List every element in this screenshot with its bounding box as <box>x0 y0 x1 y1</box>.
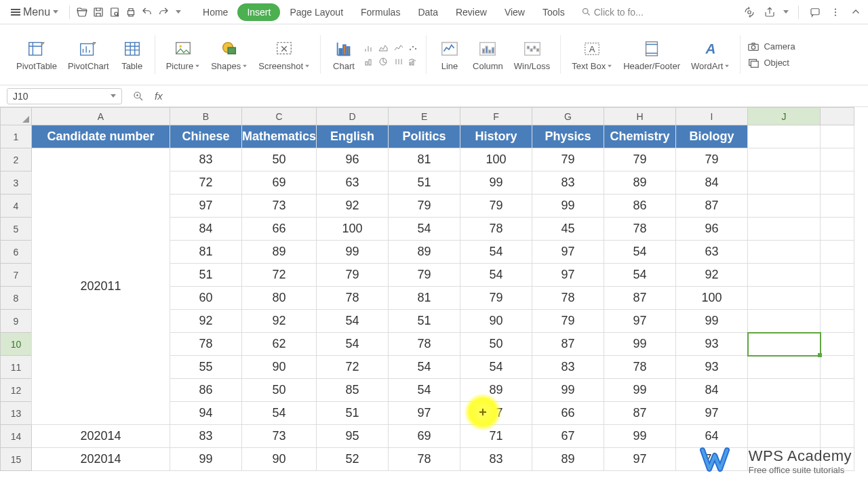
cell[interactable]: 62 <box>242 333 317 356</box>
formula-input[interactable] <box>172 88 861 104</box>
cell[interactable]: 83 <box>460 448 532 471</box>
cell[interactable]: 99 <box>532 195 604 218</box>
row-header[interactable]: 12 <box>1 379 32 402</box>
cell[interactable]: 78 <box>604 356 676 379</box>
chart-button[interactable]: Chart <box>328 35 360 74</box>
tab-formulas[interactable]: Formulas <box>353 3 408 22</box>
cell[interactable]: 54 <box>317 310 389 333</box>
cell[interactable]: 79 <box>532 310 604 333</box>
cell[interactable] <box>821 356 854 379</box>
cell[interactable]: 78 <box>317 287 389 310</box>
zoom-formula-icon[interactable] <box>132 89 145 103</box>
cell[interactable]: 51 <box>170 264 242 287</box>
cell[interactable]: Chinese <box>170 125 242 148</box>
cell[interactable]: 92 <box>676 264 748 287</box>
tab-home[interactable]: Home <box>195 3 236 22</box>
cell[interactable]: 92 <box>170 310 242 333</box>
cell[interactable] <box>748 195 821 218</box>
cell[interactable]: 100 <box>460 148 532 171</box>
cell[interactable] <box>821 148 854 171</box>
cell[interactable] <box>748 241 821 264</box>
cell[interactable]: Biology <box>676 125 748 148</box>
share-icon[interactable] <box>763 5 776 19</box>
cell[interactable] <box>821 402 854 425</box>
cell[interactable]: 99 <box>170 448 242 471</box>
cell[interactable]: 100 <box>676 287 748 310</box>
tab-tools[interactable]: Tools <box>534 3 573 22</box>
cell[interactable] <box>748 125 821 148</box>
cell[interactable]: 54 <box>460 241 532 264</box>
quickaccess-more-icon[interactable] <box>176 10 181 14</box>
cell[interactable] <box>821 264 854 287</box>
cell[interactable]: 78 <box>389 333 460 356</box>
tab-review[interactable]: Review <box>448 3 495 22</box>
cell[interactable]: 72 <box>242 264 317 287</box>
cell[interactable]: 99 <box>604 379 676 402</box>
cell[interactable]: 79 <box>317 264 389 287</box>
cell[interactable] <box>821 310 854 333</box>
cell[interactable]: 97 <box>604 448 676 471</box>
cell[interactable]: 95 <box>317 425 389 448</box>
cell[interactable]: 99 <box>604 425 676 448</box>
cell[interactable]: 60 <box>170 287 242 310</box>
cell[interactable]: 99 <box>532 379 604 402</box>
pivottable-button[interactable]: PivotTable <box>12 35 61 74</box>
cell[interactable]: 86 <box>170 379 242 402</box>
save-icon[interactable] <box>92 5 105 19</box>
cell[interactable] <box>748 333 821 356</box>
cell[interactable]: 92 <box>317 195 389 218</box>
cell[interactable] <box>748 356 821 379</box>
cell[interactable] <box>748 379 821 402</box>
undo-icon[interactable] <box>140 5 154 19</box>
cell[interactable]: 96 <box>676 218 748 241</box>
cell[interactable]: 97 <box>170 195 242 218</box>
cell[interactable]: 89 <box>532 448 604 471</box>
sync-icon[interactable] <box>743 5 756 19</box>
cell[interactable]: 81 <box>170 241 242 264</box>
cell[interactable]: Physics <box>532 125 604 148</box>
cell[interactable]: 81 <box>389 148 460 171</box>
cell[interactable]: 79 <box>389 195 460 218</box>
cell[interactable] <box>821 171 854 195</box>
cell[interactable]: 54 <box>604 264 676 287</box>
cell[interactable] <box>821 125 854 148</box>
object-button[interactable]: Object <box>747 57 789 69</box>
cell[interactable] <box>821 195 854 218</box>
cell[interactable]: 79 <box>389 264 460 287</box>
cell[interactable]: 84 <box>170 218 242 241</box>
print-icon[interactable] <box>124 5 138 19</box>
cell[interactable]: 85 <box>317 379 389 402</box>
cell[interactable]: 96 <box>317 148 389 171</box>
cell[interactable] <box>821 379 854 402</box>
cell[interactable]: 54 <box>317 333 389 356</box>
pivotchart-button[interactable]: PivotChart <box>64 35 113 74</box>
cell[interactable]: 63 <box>317 171 389 195</box>
cell[interactable]: 66 <box>242 218 317 241</box>
cell[interactable] <box>748 287 821 310</box>
cell[interactable]: 97 <box>604 310 676 333</box>
cell[interactable]: 83 <box>532 171 604 195</box>
cell[interactable]: 93 <box>676 333 748 356</box>
cell[interactable]: 87 <box>532 333 604 356</box>
cell[interactable]: 71 <box>460 425 532 448</box>
pie-chart-icon[interactable] <box>377 56 389 68</box>
cell[interactable]: 79 <box>460 287 532 310</box>
cell[interactable]: 90 <box>242 448 317 471</box>
cell[interactable]: 97 <box>389 402 460 425</box>
cell[interactable] <box>821 333 854 356</box>
column-chart-icon[interactable] <box>363 56 375 68</box>
cell[interactable]: 51 <box>389 310 460 333</box>
wordart-button[interactable]: A WordArt <box>687 35 734 74</box>
cell[interactable]: 55 <box>170 356 242 379</box>
cell[interactable]: 83 <box>532 356 604 379</box>
cell[interactable]: 79 <box>460 195 532 218</box>
cell[interactable]: History <box>460 125 532 148</box>
cell[interactable]: 87 <box>676 195 748 218</box>
cell[interactable]: 54 <box>460 264 532 287</box>
cell[interactable]: 79 <box>532 148 604 171</box>
cell[interactable] <box>748 264 821 287</box>
shapes-button[interactable]: Shapes <box>207 35 252 74</box>
cell[interactable]: 66 <box>532 402 604 425</box>
col-header[interactable]: D <box>317 108 389 125</box>
cell[interactable]: 89 <box>242 241 317 264</box>
